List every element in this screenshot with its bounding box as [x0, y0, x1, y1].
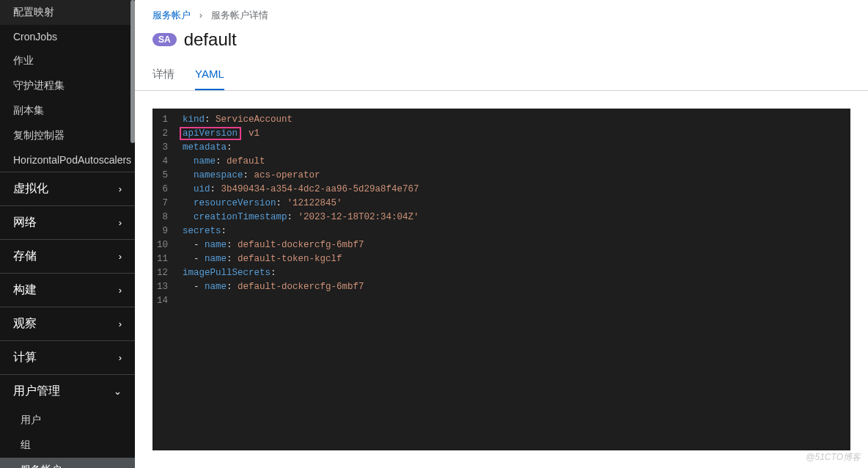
- sidebar-subitem-0[interactable]: 用户: [0, 408, 135, 433]
- code-line-2: apiVersion: v1: [183, 127, 843, 141]
- code-line-12: imagePullSecrets:: [183, 266, 843, 280]
- title-row: SA default: [152, 29, 850, 50]
- chevron-right-icon: ›: [119, 217, 122, 228]
- line-number: 4: [157, 155, 168, 169]
- tabs: 详情YAML: [135, 60, 868, 91]
- yaml-editor[interactable]: 1234567891011121314 kind: ServiceAccount…: [152, 109, 850, 450]
- code-line-13: - name: default-dockercfg-6mbf7: [183, 280, 843, 294]
- line-number: 9: [157, 224, 168, 238]
- sidebar-section-3[interactable]: 构建›: [0, 273, 135, 307]
- line-number: 14: [157, 294, 168, 308]
- section-label: 虚拟化: [13, 181, 48, 197]
- code-line-3: metadata:: [183, 141, 843, 155]
- line-number: 11: [157, 252, 168, 266]
- breadcrumb-current: 服务帐户详情: [211, 10, 268, 21]
- chevron-right-icon: ›: [119, 318, 122, 329]
- sidebar-subitem-1[interactable]: 组: [0, 433, 135, 458]
- sidebar-section-4[interactable]: 观察›: [0, 307, 135, 340]
- line-number: 2: [157, 127, 168, 141]
- sidebar-item-6[interactable]: HorizontalPodAutoscalers: [0, 148, 135, 172]
- tab-详情[interactable]: 详情: [152, 60, 174, 90]
- line-number: 12: [157, 266, 168, 280]
- line-number: 10: [157, 238, 168, 252]
- sidebar-section-6[interactable]: 用户管理⌄: [0, 374, 135, 408]
- section-label: 观察: [13, 316, 37, 332]
- code-line-4: name: default: [183, 155, 843, 169]
- line-number: 6: [157, 183, 168, 197]
- line-number: 7: [157, 197, 168, 211]
- line-number: 8: [157, 211, 168, 224]
- line-number: 1: [157, 113, 168, 127]
- page-title: default: [184, 29, 237, 50]
- code-line-9: secrets:: [183, 224, 843, 238]
- sidebar-section-1[interactable]: 网络›: [0, 205, 135, 239]
- section-label: 网络: [13, 215, 37, 230]
- code-line-1: kind: ServiceAccount: [183, 113, 843, 127]
- chevron-right-icon: ›: [119, 183, 122, 194]
- tab-YAML[interactable]: YAML: [195, 60, 224, 90]
- section-label: 计算: [13, 350, 37, 365]
- code-line-6: uid: 3b490434-a354-4dc2-aa96-5d29a8f4e76…: [183, 183, 843, 197]
- sidebar-subitem-2[interactable]: 服务帐户: [0, 458, 135, 468]
- sidebar-item-2[interactable]: 作业: [0, 48, 135, 73]
- line-gutter: 1234567891011121314: [152, 109, 175, 450]
- code-line-7: resourceVersion: '12122845': [183, 197, 843, 211]
- sidebar-item-5[interactable]: 复制控制器: [0, 123, 135, 148]
- sidebar-item-0[interactable]: 配置映射: [0, 0, 135, 25]
- chevron-right-icon: ›: [119, 251, 122, 262]
- code-line-5: namespace: acs-operator: [183, 169, 843, 183]
- code-line-10: - name: default-dockercfg-6mbf7: [183, 238, 843, 252]
- sidebar-section-5[interactable]: 计算›: [0, 340, 135, 374]
- code-line-14: [183, 294, 843, 308]
- section-label: 存储: [13, 249, 37, 264]
- line-number: 5: [157, 169, 168, 183]
- section-label: 构建: [13, 282, 37, 298]
- breadcrumb-parent[interactable]: 服务帐户: [152, 10, 191, 21]
- watermark: @51CTO博客: [806, 451, 861, 464]
- sidebar-item-1[interactable]: CronJobs: [0, 25, 135, 48]
- sidebar-section-0[interactable]: 虚拟化›: [0, 172, 135, 205]
- breadcrumb: 服务帐户 › 服务帐户详情: [152, 9, 850, 22]
- chevron-down-icon: ⌄: [114, 386, 122, 397]
- sidebar-section-2[interactable]: 存储›: [0, 239, 135, 273]
- code-line-11: - name: default-token-kgclf: [183, 252, 843, 266]
- chevron-right-icon: ›: [119, 285, 122, 296]
- content: 1234567891011121314 kind: ServiceAccount…: [135, 91, 868, 468]
- main: 服务帐户 › 服务帐户详情 SA default 详情YAML 12345678…: [135, 0, 868, 468]
- line-number: 3: [157, 141, 168, 155]
- code-line-8: creationTimestamp: '2023-12-18T02:34:04Z…: [183, 211, 843, 224]
- line-number: 13: [157, 280, 168, 294]
- resource-badge: SA: [152, 33, 177, 46]
- header: 服务帐户 › 服务帐户详情 SA default: [135, 0, 868, 60]
- sidebar: 配置映射CronJobs作业守护进程集副本集复制控制器HorizontalPod…: [0, 0, 135, 468]
- sidebar-item-4[interactable]: 副本集: [0, 98, 135, 123]
- sidebar-item-3[interactable]: 守护进程集: [0, 73, 135, 98]
- chevron-right-icon: ›: [119, 352, 122, 363]
- section-label: 用户管理: [13, 384, 60, 399]
- breadcrumb-separator: ›: [199, 10, 202, 21]
- code-area[interactable]: kind: ServiceAccountapiVersion: v1metada…: [175, 109, 850, 450]
